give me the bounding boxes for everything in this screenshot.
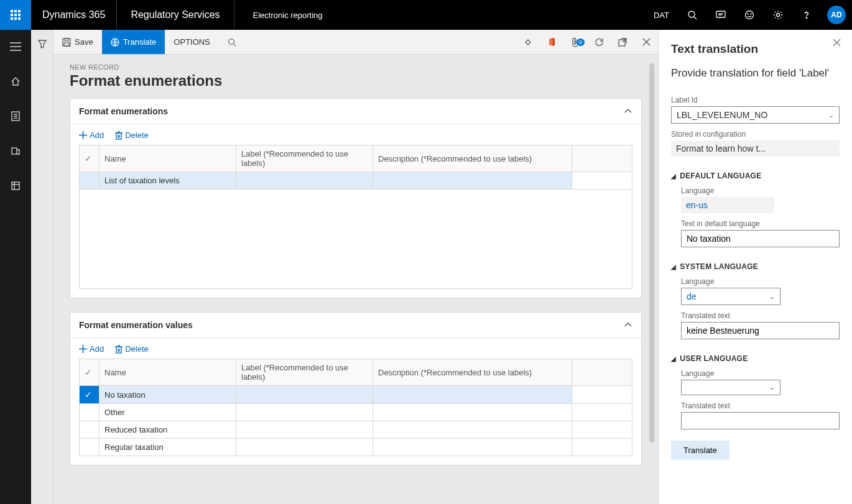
filter-icon[interactable] <box>38 40 47 504</box>
left-nav <box>0 30 31 504</box>
col-header-name[interactable]: Name <box>100 359 236 386</box>
refresh-icon[interactable] <box>587 37 611 47</box>
chevron-up-icon <box>624 322 632 328</box>
plus-icon <box>79 131 87 139</box>
panel-title: Text translation <box>671 42 840 56</box>
sys-text-label: Translated text <box>681 311 840 320</box>
usr-lang-select[interactable]: ⌄ <box>681 380 780 395</box>
def-text-input[interactable] <box>681 230 840 247</box>
add-label: Add <box>90 344 104 354</box>
col-header-check[interactable]: ✓ <box>80 145 100 172</box>
panel-close-icon[interactable] <box>833 39 841 47</box>
section-user-language[interactable]: ◢ USER LANGUAGE <box>671 354 840 363</box>
svg-rect-17 <box>12 148 17 154</box>
svg-line-26 <box>234 44 236 46</box>
svg-point-7 <box>751 14 751 14</box>
save-icon <box>62 38 71 47</box>
def-lang-value[interactable]: en-us <box>681 197 774 213</box>
favorite-icon[interactable] <box>0 140 31 162</box>
trash-icon <box>115 345 123 354</box>
col-header-desc[interactable]: Description (*Recommended to use labels) <box>373 145 572 172</box>
col-header-rest <box>572 145 632 172</box>
table-row[interactable]: Reduced taxation <box>80 421 632 439</box>
product-name[interactable]: Dynamics 365 <box>31 0 117 30</box>
table-row[interactable]: ✓ No taxation <box>80 386 632 404</box>
grid-enumerations: ✓ Name Label (*Recommended to use labels… <box>79 145 632 289</box>
module-icon[interactable] <box>0 175 31 196</box>
plus-icon <box>79 345 87 353</box>
feedback-icon[interactable] <box>706 10 735 20</box>
labelid-select[interactable]: LBL_LEVELENUM_NO ⌄ <box>671 106 840 124</box>
table-row[interactable]: Regular taxation <box>80 439 632 456</box>
usr-text-input[interactable] <box>681 412 840 429</box>
caret-icon: ◢ <box>671 263 676 270</box>
delete-button[interactable]: Delete <box>115 344 149 354</box>
svg-point-0 <box>688 11 695 17</box>
col-header-desc[interactable]: Description (*Recommended to use labels) <box>373 359 572 386</box>
svg-rect-2 <box>716 11 725 17</box>
svg-rect-18 <box>12 182 19 190</box>
col-header-label[interactable]: Label (*Recommended to use labels) <box>236 359 373 386</box>
link-icon[interactable] <box>516 38 540 47</box>
hamburger-icon[interactable] <box>0 36 31 57</box>
options-button[interactable]: OPTIONS <box>165 30 219 54</box>
usr-lang-label: Language <box>681 369 840 378</box>
action-bar: Save Translate OPTIONS <box>53 30 658 55</box>
table-row[interactable]: List of taxation levels <box>80 172 632 190</box>
office-icon[interactable] <box>540 37 563 47</box>
sys-lang-label: Language <box>681 277 840 286</box>
add-button[interactable]: Add <box>79 131 104 140</box>
svg-point-9 <box>806 17 807 18</box>
col-header-name[interactable]: Name <box>100 145 236 172</box>
svg-rect-32 <box>116 133 121 139</box>
add-label: Add <box>90 131 104 140</box>
app-launcher-icon[interactable] <box>0 0 31 30</box>
search-icon[interactable] <box>678 10 706 20</box>
card-header[interactable]: Format enumeration values <box>70 313 641 338</box>
card-title: Format enumerations <box>79 106 168 116</box>
delete-button[interactable]: Delete <box>115 131 149 140</box>
settings-icon[interactable] <box>764 10 792 20</box>
sys-text-input[interactable] <box>681 322 840 339</box>
delete-label: Delete <box>125 131 149 140</box>
labelid-label: Label Id <box>671 96 840 104</box>
help-icon[interactable] <box>792 10 821 20</box>
stored-value: Format to learn how t... <box>671 140 840 157</box>
smile-icon[interactable] <box>735 10 764 20</box>
card-enumeration-values: Format enumeration values Add <box>70 312 642 465</box>
page-title: Format enumerations <box>70 72 642 89</box>
module-name[interactable]: Electronic reporting <box>234 0 341 30</box>
translate-action-button[interactable]: Translate <box>671 441 729 460</box>
close-icon[interactable] <box>634 38 658 46</box>
caret-icon: ◢ <box>671 355 676 362</box>
avatar[interactable]: AD <box>827 6 846 24</box>
company-selector[interactable]: DAT <box>645 11 678 20</box>
delete-label: Delete <box>125 344 149 354</box>
grid-enumeration-values: ✓ Name Label (*Recommended to use labels… <box>79 359 632 456</box>
chevron-down-icon: ⌄ <box>769 383 775 392</box>
attachments-badge: 0 <box>576 39 585 46</box>
svg-rect-23 <box>64 43 69 46</box>
table-row[interactable]: Other <box>80 404 632 421</box>
card-header[interactable]: Format enumerations <box>70 99 641 124</box>
col-header-label[interactable]: Label (*Recommended to use labels) <box>236 145 373 172</box>
chevron-up-icon <box>624 108 632 114</box>
section-system-language[interactable]: ◢ SYSTEM LANGUAGE <box>671 262 840 271</box>
section-default-language[interactable]: ◢ DEFAULT LANGUAGE <box>671 172 840 180</box>
workspace-name[interactable]: Regulatory Services <box>117 0 234 30</box>
recent-icon[interactable] <box>0 106 31 127</box>
attachments-icon[interactable]: 0 <box>563 37 587 47</box>
home-icon[interactable] <box>0 71 31 92</box>
def-lang-label: Language <box>681 186 840 195</box>
scrollbar[interactable] <box>649 63 654 495</box>
search-button[interactable] <box>219 30 245 54</box>
add-button[interactable]: Add <box>79 344 104 354</box>
translate-button[interactable]: Translate <box>102 30 165 54</box>
chevron-down-icon: ⌄ <box>769 293 775 301</box>
sys-lang-select[interactable]: de ⌄ <box>681 288 780 305</box>
col-header-check[interactable]: ✓ <box>80 359 100 386</box>
trash-icon <box>115 131 123 140</box>
popout-icon[interactable] <box>611 38 634 47</box>
save-button[interactable]: Save <box>53 30 102 54</box>
svg-line-1 <box>694 17 697 19</box>
